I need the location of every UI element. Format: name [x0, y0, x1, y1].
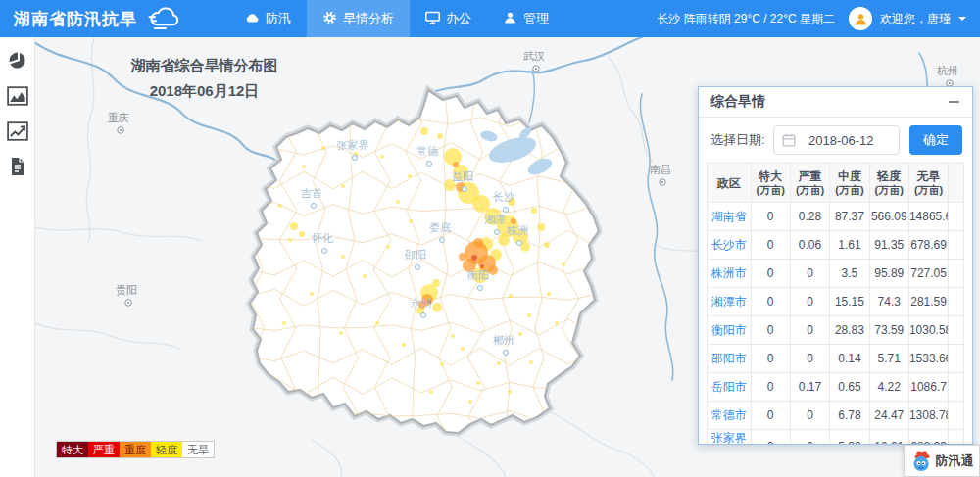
city-marker-dot [120, 129, 122, 131]
gutter-cell [949, 430, 964, 446]
chevron-down-icon[interactable] [958, 17, 966, 24]
collapse-icon[interactable] [947, 95, 960, 109]
value-cell: 0 [790, 260, 829, 288]
city-label: 衡阳 [466, 269, 489, 281]
value-cell: 0.17 [790, 373, 829, 402]
value-cell: 15.15 [830, 288, 869, 316]
city-label: 重庆 [108, 112, 129, 123]
left-toolbar [0, 37, 35, 477]
region-link[interactable]: 株洲市 [708, 260, 752, 288]
col-header: 特大(万亩) [751, 164, 790, 203]
region-link[interactable]: 岳阳市 [708, 373, 752, 402]
col-header: 严重(万亩) [790, 164, 829, 203]
gutter-cell [949, 345, 964, 373]
region-link[interactable]: 长沙市 [708, 231, 752, 260]
city-marker [494, 229, 499, 234]
avatar[interactable] [849, 7, 872, 30]
value-cell: 0.14 [830, 345, 869, 373]
city-marker [311, 203, 316, 208]
value-cell: 0 [790, 345, 829, 373]
drought-table: 政区特大(万亩)严重(万亩)中度(万亩)轻度(万亩)无旱(万亩) 湖南省00.2… [707, 163, 964, 445]
value-cell: 688.23 [908, 430, 948, 446]
table-row: 湘潭市0015.1574.3281.59 [708, 288, 964, 316]
gutter-cell [949, 373, 964, 402]
table-row: 张家界市005.3210.01688.23 [708, 430, 964, 446]
gutter-cell [949, 288, 964, 316]
gutter-cell [949, 402, 964, 430]
area-chart-icon[interactable] [7, 86, 28, 106]
fangxuntong-badge[interactable]: 防汛通 [904, 445, 980, 477]
region-link[interactable]: 邵阳市 [708, 345, 752, 373]
value-cell: 0 [790, 316, 829, 345]
value-cell: 28.83 [830, 316, 869, 345]
nav-item-4[interactable]: 管理 [487, 0, 564, 37]
weather-info: 长沙 阵雨转阴 29°C / 22°C 星期二 [657, 11, 835, 27]
nav-item-1[interactable]: 防汛 [229, 0, 307, 37]
col-header-gutter [949, 164, 964, 203]
city-label: 贵阳 [116, 284, 137, 296]
region-link[interactable]: 湖南省 [708, 203, 752, 231]
col-header: 无旱(万亩) [908, 164, 948, 203]
value-cell: 5.32 [830, 430, 869, 446]
city-marker-dot [949, 82, 951, 84]
report-icon[interactable] [7, 157, 28, 176]
city-label: 武汉 [523, 50, 545, 62]
value-cell: 10.01 [869, 430, 908, 446]
city-label: 张家界 [337, 139, 369, 151]
table-row: 常德市006.7824.471308.78 [708, 402, 964, 430]
city-label: 长沙 [492, 191, 515, 203]
welcome-user[interactable]: 欢迎您，唐瑾 [880, 11, 951, 27]
navbar-right: 长沙 阵雨转阴 29°C / 22°C 星期二 欢迎您，唐瑾 [657, 7, 966, 30]
calendar-icon [782, 133, 796, 147]
city-label: 株洲 [506, 224, 528, 236]
app-brand: 湖南省防汛抗旱 [14, 6, 184, 31]
value-cell: 0 [751, 231, 790, 260]
panel-title: 综合旱情 [710, 93, 765, 111]
region-link[interactable]: 常德市 [708, 402, 752, 430]
city-marker [477, 285, 482, 290]
value-cell: 14865.61 [908, 203, 948, 231]
city-label: 南昌 [650, 164, 671, 175]
table-row: 长沙市00.061.6191.35678.69 [708, 231, 964, 260]
date-input[interactable]: 2018-06-12 [773, 125, 900, 155]
value-cell: 0.28 [790, 203, 829, 231]
map-canvas[interactable]: 张家界吉首常德益阳长沙湘潭株洲娄底怀化邵阳衡阳永州郴州重庆武汉贵阳南昌杭州 湖南… [35, 37, 980, 477]
city-label: 邵阳 [404, 249, 426, 261]
confirm-button[interactable]: 确定 [909, 125, 962, 155]
city-marker-dot [662, 181, 663, 183]
value-cell: 1308.78 [908, 402, 948, 430]
gutter-cell [949, 260, 964, 288]
user-icon [503, 11, 517, 27]
value-cell: 1.61 [830, 231, 869, 260]
value-cell: 0 [790, 402, 829, 430]
gutter-cell [949, 231, 964, 260]
pie-chart-icon[interactable] [7, 51, 28, 71]
value-cell: 3.5 [830, 260, 869, 288]
trend-chart-icon[interactable] [7, 121, 28, 141]
city-marker-dot [535, 68, 537, 70]
nav-item-3[interactable]: 办公 [410, 0, 487, 37]
city-label: 怀化 [311, 232, 333, 244]
region-link[interactable]: 张家界市 [708, 430, 752, 446]
city-marker [415, 264, 419, 269]
date-picker-row: 选择日期: 2018-06-12 确定 [699, 118, 972, 163]
table-row: 株洲市003.595.89727.05 [708, 260, 964, 288]
map-title-block: 湖南省综合旱情分布图 2018年06月12日 [74, 53, 334, 104]
region-link[interactable]: 衡阳市 [708, 316, 752, 345]
monitor-icon [425, 11, 440, 27]
region-link[interactable]: 湘潭市 [708, 288, 752, 316]
gutter-cell [949, 203, 964, 231]
value-cell: 6.78 [830, 402, 869, 430]
city-marker [503, 207, 508, 212]
city-marker [420, 312, 425, 317]
nav-item-2[interactable]: 旱情分析 [307, 0, 410, 37]
table-row: 湖南省00.2887.37566.0914865.61 [708, 203, 964, 231]
city-marker-dot [127, 302, 129, 304]
app-window: 湖南省防汛抗旱 防汛旱情分析办公管理 长沙 阵雨转阴 29°C / 22°C 星… [0, 0, 980, 477]
gear-icon [322, 11, 337, 27]
panel-header: 综合旱情 [699, 87, 972, 118]
city-label: 益阳 [452, 170, 473, 182]
col-header: 中度(万亩) [830, 164, 869, 203]
city-label: 常德 [416, 145, 439, 157]
city-marker [321, 248, 326, 253]
